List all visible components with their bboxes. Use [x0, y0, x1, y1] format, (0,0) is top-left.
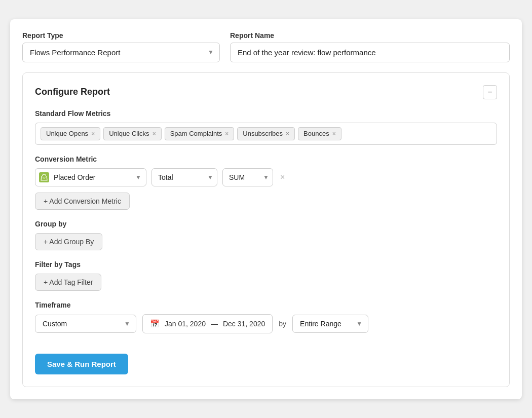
add-group-by-button[interactable]: + Add Group By	[35, 233, 102, 250]
report-type-label: Report Type	[22, 31, 220, 40]
tag-unique-clicks-remove[interactable]: ×	[153, 131, 156, 137]
report-name-input[interactable]	[230, 43, 510, 62]
conversion-metric-section: Conversion Metric Placed Order ▼	[35, 155, 497, 210]
save-run-report-button[interactable]: Save & Run Report	[35, 354, 128, 374]
tag-unsubscribes-remove[interactable]: ×	[286, 131, 289, 137]
conversion-type-select[interactable]: Total Unique	[151, 168, 217, 186]
tags-container: Unique Opens × Unique Clicks × Spam Comp…	[35, 123, 497, 145]
date-start: Jan 01, 2020	[165, 320, 206, 328]
tag-unique-opens-label: Unique Opens	[46, 130, 88, 137]
timeframe-label: Timeframe	[35, 301, 497, 309]
tag-spam-complaints-remove[interactable]: ×	[225, 131, 229, 137]
timeframe-row: Custom Last 7 Days Last 30 Days Last 90 …	[35, 314, 497, 333]
conversion-metric-select[interactable]: Placed Order	[35, 168, 146, 186]
page-container: Report Type Flows Performance Report Cam…	[10, 19, 522, 399]
collapse-button[interactable]: −	[483, 85, 497, 99]
report-type-select-wrapper: Flows Performance Report Campaign Perfor…	[22, 43, 220, 62]
timeframe-section: Timeframe Custom Last 7 Days Last 30 Day…	[35, 301, 497, 333]
tag-bounces-label: Bounces	[303, 130, 329, 137]
timeframe-select-wrapper: Custom Last 7 Days Last 30 Days Last 90 …	[35, 315, 136, 333]
by-label: by	[279, 320, 286, 328]
conversion-metric-label: Conversion Metric	[35, 155, 497, 163]
tag-bounces: Bounces ×	[298, 127, 341, 140]
collapse-icon: −	[487, 88, 492, 97]
conversion-metric-remove-button[interactable]: ×	[278, 171, 287, 184]
group-by-label: Group by	[35, 220, 497, 228]
standard-flow-metrics-label: Standard Flow Metrics	[35, 109, 497, 118]
date-separator: —	[211, 320, 218, 328]
tag-unique-clicks: Unique Clicks ×	[103, 127, 162, 140]
tag-unsubscribes: Unsubscribes ×	[237, 127, 295, 140]
configure-title: Configure Report	[35, 87, 110, 97]
entire-range-select[interactable]: Entire Range Daily Weekly Monthly	[292, 315, 368, 333]
conversion-type-select-wrapper: Total Unique ▼	[151, 168, 217, 186]
report-name-group: Report Name	[230, 31, 510, 62]
filter-by-tags-section: Filter by Tags + Add Tag Filter	[35, 260, 497, 291]
report-type-select[interactable]: Flows Performance Report Campaign Perfor…	[22, 43, 220, 62]
add-tag-filter-button[interactable]: + Add Tag Filter	[35, 274, 101, 291]
tag-unique-clicks-label: Unique Clicks	[109, 130, 149, 137]
tag-bounces-remove[interactable]: ×	[332, 131, 336, 137]
tag-spam-complaints-label: Spam Complaints	[170, 130, 222, 137]
tag-unsubscribes-label: Unsubscribes	[243, 130, 283, 137]
add-conversion-metric-button[interactable]: + Add Conversion Metric	[35, 193, 130, 210]
conversion-agg-select-wrapper: SUM AVG COUNT ▼	[222, 168, 273, 186]
report-name-label: Report Name	[230, 31, 510, 40]
group-by-section: Group by + Add Group By	[35, 220, 497, 250]
configure-header: Configure Report −	[35, 85, 497, 99]
standard-flow-metrics-section: Standard Flow Metrics Unique Opens × Uni…	[35, 109, 497, 145]
date-range-box[interactable]: 📅 Jan 01, 2020 — Dec 31, 2020	[142, 314, 273, 333]
configure-panel: Configure Report − Standard Flow Metrics…	[22, 72, 510, 387]
conversion-metric-row: Placed Order ▼ Total Unique ▼ SUM AVG CO	[35, 168, 497, 186]
filter-by-tags-label: Filter by Tags	[35, 260, 497, 269]
timeframe-select[interactable]: Custom Last 7 Days Last 30 Days Last 90 …	[35, 315, 136, 333]
top-row: Report Type Flows Performance Report Cam…	[22, 31, 510, 62]
date-end: Dec 31, 2020	[223, 320, 265, 328]
report-type-group: Report Type Flows Performance Report Cam…	[22, 31, 220, 62]
tag-spam-complaints: Spam Complaints ×	[165, 127, 235, 140]
conversion-metric-select-wrapper: Placed Order ▼	[35, 168, 146, 186]
tag-unique-opens-remove[interactable]: ×	[91, 131, 95, 137]
entire-range-select-wrapper: Entire Range Daily Weekly Monthly ▼	[292, 315, 368, 333]
tag-unique-opens: Unique Opens ×	[41, 127, 100, 140]
calendar-icon: 📅	[150, 319, 160, 328]
conversion-agg-select[interactable]: SUM AVG COUNT	[222, 168, 273, 186]
